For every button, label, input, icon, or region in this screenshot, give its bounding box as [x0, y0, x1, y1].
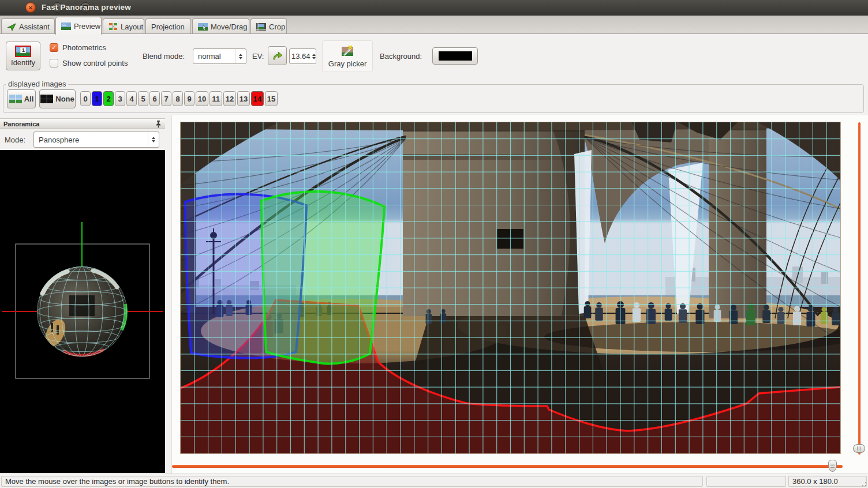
- image-toggle-7[interactable]: 7: [161, 91, 171, 106]
- mode-row: Mode: Panosphere: [0, 129, 165, 150]
- gray-picker-icon: [341, 44, 354, 58]
- ev-spinbox[interactable]: 13.64: [289, 48, 316, 64]
- image-toggle-4[interactable]: 4: [126, 91, 137, 106]
- pitch-slider-handle[interactable]: [853, 444, 865, 453]
- layout-icon: [108, 22, 118, 31]
- toolbar: 1 Identify ✓ Photometrics Show control p…: [0, 34, 868, 78]
- resize-grip-icon[interactable]: [860, 480, 867, 487]
- tab-label: Move/Drag: [211, 22, 248, 31]
- panorama-preview-canvas[interactable]: [181, 122, 840, 453]
- image-toggle-15[interactable]: 15: [265, 91, 278, 106]
- preview-area: [171, 115, 868, 474]
- spin-arrows-icon[interactable]: [312, 49, 316, 63]
- gray-picker-button[interactable]: Gray picker: [322, 40, 373, 72]
- image-toggle-10[interactable]: 10: [196, 91, 208, 106]
- status-message-cell: Move the mouse over the images or image …: [1, 476, 703, 487]
- all-images-icon: [9, 95, 22, 103]
- blend-mode-label: Blend mode:: [143, 52, 185, 61]
- background-color-swatch: [439, 51, 472, 61]
- panosphere-viewport[interactable]: [0, 150, 165, 473]
- crop-icon: [256, 23, 266, 31]
- panel-header[interactable]: Panoramica: [0, 118, 165, 129]
- image-toggle-13[interactable]: 13: [237, 91, 250, 106]
- identify-icon: 1: [15, 46, 31, 57]
- show-control-points-checkbox[interactable]: [50, 59, 58, 67]
- show-control-points-label: Show control points: [62, 59, 128, 67]
- no-images-icon: [40, 95, 53, 103]
- green-arrow-icon: [272, 51, 283, 61]
- image-toggle-11[interactable]: 11: [209, 91, 222, 106]
- show-control-points-checkbox-row[interactable]: Show control points: [50, 55, 128, 71]
- photometrics-checkbox[interactable]: ✓: [50, 43, 58, 52]
- move-drag-icon: [198, 23, 208, 31]
- window-title: Fast Panorama preview: [42, 3, 131, 12]
- ev-value: 13.64: [290, 49, 312, 63]
- preview-icon: GL: [61, 22, 71, 30]
- tab-label: Projection: [151, 22, 185, 31]
- image-toggle-3[interactable]: 3: [115, 91, 125, 106]
- ev-reset-button[interactable]: [268, 46, 287, 65]
- background-label: Background:: [380, 52, 422, 61]
- yaw-slider-track[interactable]: [172, 465, 843, 468]
- status-bar: Move the mouse over the images or image …: [0, 474, 868, 488]
- photometrics-label: Photometrics: [62, 43, 106, 52]
- image-toggle-1[interactable]: 1: [92, 91, 102, 106]
- identify-button[interactable]: 1 Identify: [6, 42, 40, 70]
- displayed-images-group-label: displayed images: [6, 80, 68, 88]
- photometrics-checkbox-row[interactable]: ✓ Photometrics: [50, 40, 128, 55]
- mode-label: Mode:: [5, 136, 25, 144]
- tab-label: Crop: [269, 22, 285, 31]
- blend-mode-select[interactable]: normal: [193, 48, 246, 64]
- stepper-arrows-icon[interactable]: [235, 49, 246, 63]
- show-all-button[interactable]: All: [7, 89, 36, 108]
- image-toggle-8[interactable]: 8: [173, 91, 183, 106]
- titlebar: ✕ − Fast Panorama preview: [0, 0, 868, 16]
- image-toggle-14[interactable]: 14: [251, 91, 264, 106]
- svg-text:GL: GL: [62, 23, 66, 27]
- image-toggle-0[interactable]: 0: [80, 91, 91, 106]
- pano-dimensions: 360.0 x 180.0: [792, 477, 838, 486]
- image-toggle-buttons: 0123456789101112131415: [80, 91, 278, 106]
- gray-picker-label: Gray picker: [328, 59, 366, 68]
- none-label: None: [55, 95, 74, 103]
- status-message: Move the mouse over the images or image …: [5, 477, 229, 486]
- checkbox-group: ✓ Photometrics Show control points: [50, 40, 128, 71]
- tab-preview[interactable]: GL Preview: [55, 17, 102, 35]
- tab-label: Layout: [121, 22, 143, 31]
- show-none-button[interactable]: None: [39, 89, 76, 108]
- image-toggle-6[interactable]: 6: [149, 91, 160, 106]
- pitch-slider-track[interactable]: [858, 122, 860, 455]
- assistant-icon: [7, 22, 16, 31]
- panel-title: Panoramica: [3, 121, 39, 127]
- mode-select[interactable]: Panosphere: [33, 132, 159, 148]
- panosphere-globe[interactable]: [37, 266, 127, 356]
- yaw-slider-handle[interactable]: [828, 460, 837, 472]
- panosphere-panel: Panoramica Mode: Panosphere: [0, 115, 165, 473]
- tab-assistant[interactable]: Assistant: [1, 18, 55, 34]
- status-dimensions-cell: 360.0 x 180.0: [788, 476, 867, 487]
- tab-layout[interactable]: Layout: [103, 18, 144, 34]
- identify-label: Identify: [11, 58, 35, 67]
- image-toggle-5[interactable]: 5: [138, 91, 148, 106]
- image-toggle-9[interactable]: 9: [184, 91, 194, 106]
- tab-move-drag[interactable]: Move/Drag: [192, 18, 249, 34]
- panel-splitter[interactable]: [165, 115, 171, 473]
- background-color-button[interactable]: [432, 47, 478, 65]
- mode-value: Panosphere: [34, 132, 148, 147]
- image-toggle-12[interactable]: 12: [223, 91, 236, 106]
- status-empty-cell: [706, 476, 786, 487]
- svg-text:1: 1: [22, 47, 25, 53]
- stepper-arrows-icon[interactable]: [148, 132, 159, 147]
- tab-projection[interactable]: Projection: [145, 18, 191, 34]
- image-toggle-2[interactable]: 2: [103, 91, 114, 106]
- fast-panorama-preview-window: ✕ − Fast Panorama preview Assistant GL P…: [0, 0, 868, 488]
- all-label: All: [24, 95, 34, 103]
- tab-label: Assistant: [19, 22, 50, 31]
- close-button[interactable]: ✕: [25, 2, 36, 13]
- tab-crop[interactable]: Crop: [250, 18, 287, 34]
- projection-grid: [181, 122, 840, 453]
- pin-icon[interactable]: [155, 120, 162, 128]
- tab-label: Preview: [74, 22, 100, 31]
- blend-mode-value: normal: [193, 49, 235, 63]
- ev-label: EV:: [252, 52, 264, 61]
